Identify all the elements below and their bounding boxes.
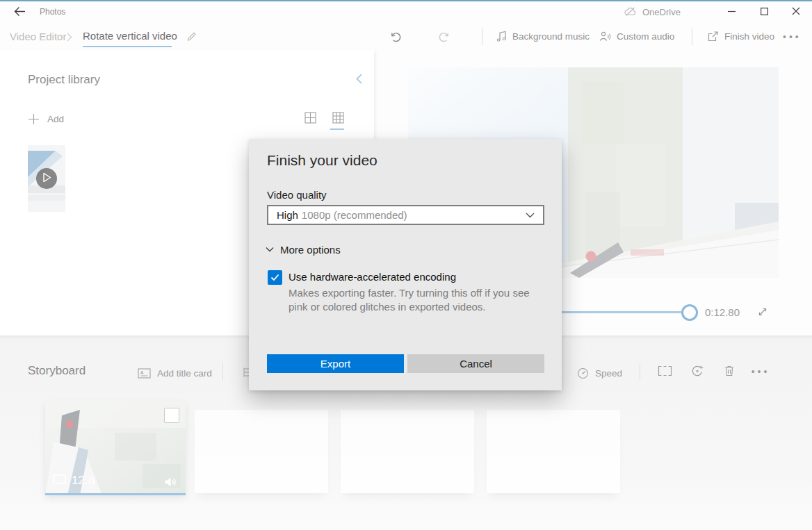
grid-2x2-icon bbox=[304, 112, 316, 126]
custom-audio-label: Custom audio bbox=[617, 31, 674, 42]
more-options-label: More options bbox=[280, 244, 341, 256]
add-media-button[interactable]: Add bbox=[28, 110, 64, 128]
clip-progress-bar bbox=[45, 493, 186, 495]
play-icon bbox=[43, 172, 51, 185]
undo-button[interactable] bbox=[389, 26, 402, 47]
selected-view-underline bbox=[330, 129, 344, 130]
grid-3x3-icon bbox=[332, 112, 344, 126]
app-bar: Video Editor Rotate vertical video bbox=[0, 23, 812, 50]
aspect-ratio-icon bbox=[658, 365, 672, 379]
music-note-icon bbox=[496, 31, 507, 42]
title-card-icon bbox=[138, 368, 151, 379]
clip-duration-badge: 12.8 bbox=[53, 474, 95, 488]
resize-aspect-button[interactable] bbox=[655, 362, 674, 381]
timeline-handle[interactable] bbox=[681, 304, 698, 321]
more-icon: ••• bbox=[783, 31, 802, 42]
project-title: Rotate vertical video bbox=[83, 23, 177, 48]
empty-clip-placeholder bbox=[487, 410, 620, 493]
rotate-button[interactable] bbox=[688, 362, 707, 381]
storyboard-more-button[interactable]: ••• bbox=[751, 362, 770, 381]
maximize-icon bbox=[761, 7, 768, 17]
hardware-encoding-label[interactable]: Use hardware-accelerated encoding bbox=[289, 271, 456, 283]
trash-icon bbox=[724, 365, 735, 379]
storyboard-clip[interactable]: 12.8 bbox=[45, 401, 186, 495]
video-quality-label: Video quality bbox=[267, 189, 327, 201]
hardware-encoding-description: Makes exporting faster. Try turning this… bbox=[289, 286, 530, 314]
maximize-button[interactable] bbox=[748, 1, 780, 23]
hardware-encoding-checkbox[interactable] bbox=[268, 270, 282, 285]
delete-button[interactable] bbox=[720, 362, 739, 381]
storyboard-separator bbox=[640, 363, 640, 381]
frame-icon bbox=[53, 474, 66, 488]
clip-select-checkbox[interactable] bbox=[164, 408, 179, 423]
more-icon: ••• bbox=[752, 366, 770, 377]
chevron-left-icon bbox=[356, 74, 362, 86]
close-icon bbox=[792, 7, 800, 17]
rotate-icon bbox=[691, 365, 704, 379]
title-bar: Photos OneDrive bbox=[0, 1, 812, 23]
background-music-button[interactable]: Background music bbox=[496, 26, 590, 47]
custom-audio-button[interactable]: Custom audio bbox=[599, 26, 674, 47]
export-icon bbox=[707, 31, 719, 42]
filters-icon-partial bbox=[241, 367, 249, 381]
toolbar-separator bbox=[482, 28, 482, 45]
back-arrow-icon bbox=[14, 6, 26, 19]
back-button[interactable] bbox=[6, 2, 33, 22]
finish-video-button[interactable]: Finish video bbox=[707, 26, 774, 47]
speed-button[interactable]: Speed bbox=[577, 364, 622, 382]
background-music-label: Background music bbox=[512, 31, 590, 42]
plus-icon bbox=[28, 113, 40, 125]
redo-icon bbox=[438, 31, 450, 43]
finish-video-label: Finish video bbox=[724, 31, 774, 42]
speed-gauge-icon bbox=[577, 367, 589, 379]
add-title-card-label: Add title card bbox=[157, 368, 212, 379]
collapse-panel-button[interactable] bbox=[350, 71, 368, 89]
redo-button[interactable] bbox=[438, 26, 450, 47]
clip-duration: 12.8 bbox=[72, 474, 95, 488]
large-grid-view-button[interactable] bbox=[329, 110, 347, 128]
onedrive-status[interactable]: OneDrive bbox=[624, 1, 681, 23]
breadcrumb-chevron-icon bbox=[67, 32, 72, 44]
playback-time: 0:12.80 bbox=[705, 306, 740, 318]
custom-audio-icon bbox=[599, 31, 611, 42]
description-line-1: Makes exporting faster. Try turning this… bbox=[289, 286, 530, 300]
empty-clip-placeholder bbox=[341, 410, 474, 493]
app-title: Photos bbox=[40, 1, 65, 23]
project-title-underline bbox=[83, 46, 172, 47]
play-overlay bbox=[36, 168, 57, 189]
small-grid-view-button[interactable] bbox=[301, 110, 319, 128]
description-line-2: pink or colored glitches in exported vid… bbox=[289, 300, 530, 314]
empty-clip-placeholder bbox=[195, 410, 328, 493]
chevron-down-icon bbox=[526, 213, 535, 218]
storyboard-title: Storyboard bbox=[28, 364, 86, 378]
onedrive-cloud-icon bbox=[624, 6, 637, 19]
expand-icon bbox=[757, 306, 768, 320]
pencil-icon bbox=[186, 30, 197, 44]
app-window: Photos OneDrive Video Editor Rotate vert… bbox=[0, 0, 812, 530]
cancel-button[interactable]: Cancel bbox=[407, 354, 544, 373]
minimize-button[interactable] bbox=[715, 1, 747, 23]
undo-icon bbox=[389, 31, 402, 43]
chevron-down-icon bbox=[266, 247, 274, 252]
check-icon bbox=[270, 272, 279, 284]
quality-selected-suffix: 1080p (recommended) bbox=[302, 209, 407, 221]
minimize-icon bbox=[728, 7, 736, 17]
export-button[interactable]: Export bbox=[267, 354, 404, 373]
video-quality-select[interactable]: High 1080p (recommended) bbox=[267, 205, 544, 225]
quality-selected-value: High bbox=[277, 209, 298, 221]
finish-video-dialog: Finish your video Video quality High 108… bbox=[249, 139, 562, 390]
add-title-card-button[interactable]: Add title card bbox=[138, 364, 212, 382]
volume-icon[interactable] bbox=[164, 477, 177, 488]
close-button[interactable] bbox=[780, 1, 812, 23]
toolbar-more-button[interactable]: ••• bbox=[783, 26, 802, 47]
fullscreen-button[interactable] bbox=[754, 306, 772, 320]
toolbar-separator bbox=[692, 28, 692, 45]
onedrive-label: OneDrive bbox=[642, 7, 681, 17]
more-options-toggle[interactable]: More options bbox=[266, 242, 341, 257]
breadcrumb-video-editor[interactable]: Video Editor bbox=[10, 23, 66, 50]
dialog-title: Finish your video bbox=[267, 152, 377, 169]
rename-project-button[interactable] bbox=[183, 28, 201, 46]
speed-label: Speed bbox=[595, 368, 622, 379]
project-library-title: Project library bbox=[28, 73, 100, 87]
storyboard-separator bbox=[222, 363, 223, 381]
